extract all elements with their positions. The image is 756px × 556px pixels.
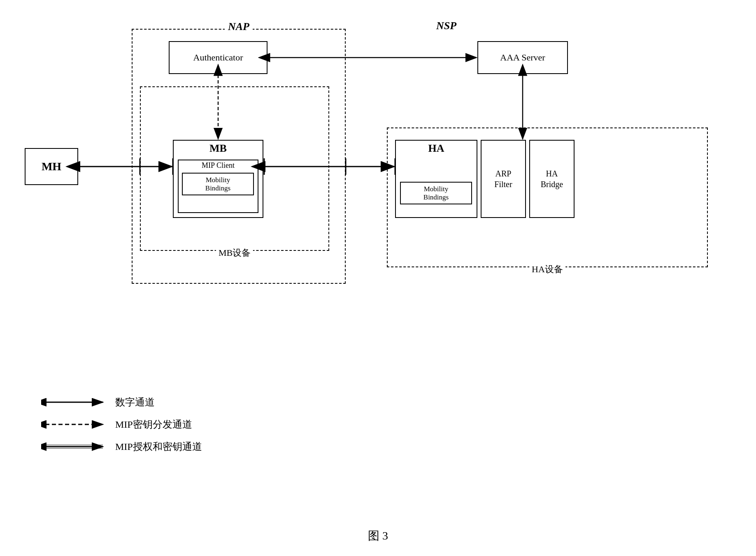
ha-bridge-label: HABridge	[541, 168, 563, 190]
arp-filter-label: ARPFilter	[494, 168, 512, 190]
aaa-server-box: AAA Server	[477, 41, 568, 74]
mh-label: MH	[42, 160, 61, 173]
authenticator-box: Authenticator	[169, 41, 268, 74]
ha-mobility-bindings-label: MobilityBindings	[423, 185, 449, 202]
nap-label: NAP	[225, 21, 253, 33]
mb-mobility-bindings-label: MobilityBindings	[205, 176, 230, 192]
diagram-container: NAP NSP MB设备 HA设备 MH Authenticator AAA S…	[16, 12, 740, 382]
legend-container: 数字通道 MIP密钥分发通道	[41, 395, 329, 461]
legend-text-1: 数字通道	[115, 396, 155, 409]
mb-box: MB MIP Client MobilityBindings	[173, 140, 263, 218]
mh-box: MH	[25, 148, 78, 185]
mb-device-label: MB设备	[216, 247, 253, 259]
nsp-label: NSP	[436, 20, 456, 32]
legend-item-3: MIP授权和密钥通道	[41, 439, 329, 454]
ha-label: HA	[396, 141, 477, 156]
figure-caption: 图 3	[368, 528, 388, 544]
mip-client-box: MIP Client MobilityBindings	[178, 160, 258, 213]
legend-item-1: 数字通道	[41, 395, 329, 410]
ha-mobility-bindings-box: MobilityBindings	[400, 182, 472, 204]
legend-arrow-1	[41, 395, 107, 410]
mb-label: MB	[174, 141, 263, 156]
ha-box: HA MobilityBindings	[395, 140, 477, 218]
authenticator-label: Authenticator	[193, 52, 243, 63]
arp-filter-box: ARPFilter	[481, 140, 526, 218]
mip-client-label: MIP Client	[179, 160, 258, 171]
ha-device-label: HA设备	[529, 263, 565, 276]
legend-arrow-3	[41, 439, 107, 454]
legend-arrow-2	[41, 417, 107, 432]
legend-text-3: MIP授权和密钥通道	[115, 440, 202, 453]
aaa-server-label: AAA Server	[500, 52, 545, 63]
mb-mobility-bindings-box: MobilityBindings	[182, 173, 254, 195]
legend-item-2: MIP密钥分发通道	[41, 417, 329, 432]
ha-bridge-box: HABridge	[529, 140, 575, 218]
legend-text-2: MIP密钥分发通道	[115, 418, 192, 431]
